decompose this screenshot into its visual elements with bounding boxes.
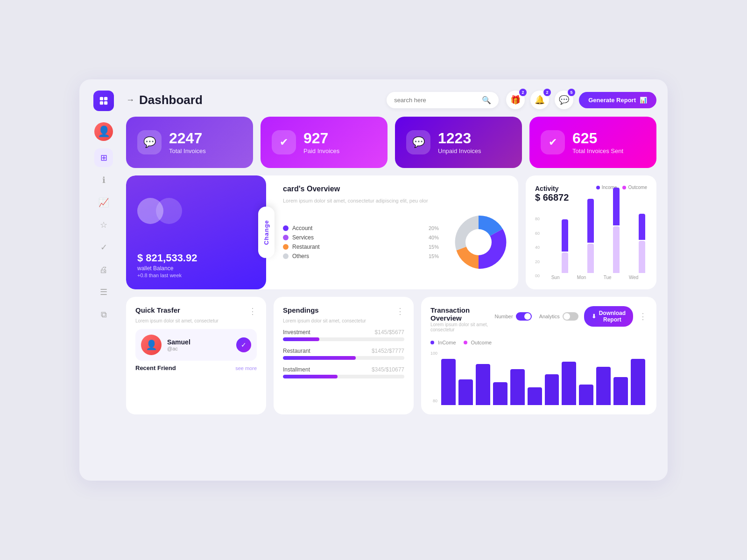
txn-bar-col-10 — [613, 377, 628, 406]
pie-chart — [448, 212, 509, 273]
txn-bar-3-income — [493, 382, 507, 406]
sidebar-item-grid[interactable]: ⊞ — [94, 148, 113, 167]
see-more-link[interactable]: see more — [235, 365, 257, 371]
outcome-dot — [622, 186, 626, 189]
change-button[interactable]: Change — [258, 207, 275, 258]
sidebar-item-menu[interactable]: ☰ — [94, 283, 113, 301]
stat-number-unpaid: 1223 — [438, 131, 481, 146]
txn-bar-col-7 — [562, 362, 576, 406]
spending-investment: Investment $145/$5677 — [283, 329, 404, 341]
card-circles — [137, 198, 255, 224]
spendings-sub: Lorem ipsum dolor sit amet, consectetur — [283, 318, 404, 323]
txn-income-dot — [430, 341, 434, 344]
stat-card-paid[interactable]: ✔ 927 Paid Invoices — [261, 117, 388, 168]
sidebar-item-check[interactable]: ✓ — [94, 238, 113, 257]
download-report-button[interactable]: ⬇ Download Report — [584, 306, 633, 327]
spendings-header: Spendings ⋮ — [283, 306, 404, 316]
legend-dot-restaurant — [283, 244, 289, 250]
stat-text-paid: 927 Paid Invoices — [303, 131, 339, 154]
number-toggle[interactable] — [516, 312, 532, 321]
stat-label-total: Total Invoices — [169, 147, 206, 154]
stat-card-unpaid[interactable]: 💬 1223 Unpaid Invoices — [395, 117, 522, 168]
stats-row: 💬 2247 Total Invoices ✔ 927 Paid Invoice… — [126, 117, 656, 168]
txn-bar-9-income — [596, 367, 611, 406]
legend-label-restaurant: Restaurant — [292, 244, 320, 250]
chat-button[interactable]: 💬 5 — [555, 91, 573, 109]
bottom-row: Quick Trasfer ⋮ Lorem ipsum dolor sit am… — [126, 297, 656, 414]
spending-investment-header: Investment $145/$5677 — [283, 329, 404, 336]
person-info: Samuel @ac — [167, 338, 190, 351]
spending-installment-label: Installment — [283, 366, 310, 373]
quick-transfer-menu[interactable]: ⋮ — [248, 306, 257, 316]
spendings-panel: Spendings ⋮ Lorem ipsum dolor sit amet, … — [274, 297, 414, 414]
txn-bar-7-income — [562, 362, 576, 406]
quick-transfer-panel: Quick Trasfer ⋮ Lorem ipsum dolor sit am… — [126, 297, 266, 414]
stat-number-sent: 625 — [572, 131, 623, 146]
header: → Dashboard 🔍 🎁 2 🔔 2 💬 5 — [126, 91, 656, 109]
stat-icon-total: 💬 — [137, 130, 162, 154]
stat-number-total: 2247 — [169, 131, 206, 146]
activity-title: Activity — [535, 185, 569, 192]
activity-bar-chart: 8060402000 — [535, 208, 647, 280]
search-icon: 🔍 — [482, 96, 491, 105]
pie-legend-area: Account 20% Services 40% Restaurant — [283, 212, 509, 273]
stat-icon-sent: ✔ — [541, 130, 565, 154]
chat-icon: 💬 — [559, 95, 569, 105]
transfer-check[interactable]: ✓ — [236, 337, 251, 352]
analytics-toggle-thumb — [564, 313, 570, 320]
sidebar-logo[interactable] — [93, 91, 114, 111]
svg-rect-3 — [104, 101, 107, 105]
gift-button[interactable]: 🎁 2 — [506, 91, 525, 109]
sidebar-item-print[interactable]: 🖨 — [94, 260, 113, 279]
stat-card-sent[interactable]: ✔ 625 Total Invoices Sent — [529, 117, 656, 168]
spending-restaurant-fill — [283, 356, 356, 360]
legend-pct-restaurant: 15% — [429, 244, 439, 250]
arrow-icon: → — [126, 95, 134, 105]
avatar[interactable]: 👤 — [94, 122, 113, 141]
stat-text-total: 2247 Total Invoices — [169, 131, 206, 154]
search-input[interactable] — [394, 97, 478, 104]
legend-label-others: Others — [292, 253, 309, 259]
bar-group-mon — [570, 199, 594, 273]
quick-transfer-sub: Lorem ipsum dolor sit amet, consectetur — [135, 318, 257, 323]
spending-investment-amount: $145/$5677 — [375, 329, 404, 336]
notification-button[interactable]: 🔔 2 — [530, 91, 549, 109]
spending-installment-amount: $345/$10677 — [372, 366, 404, 373]
person-handle: @ac — [167, 346, 190, 351]
spending-installment-header: Installment $345/$10677 — [283, 366, 404, 373]
chat-badge: 5 — [568, 89, 575, 96]
sidebar-item-chart[interactable]: 📈 — [94, 193, 113, 212]
quick-transfer-header: Quick Trasfer ⋮ — [135, 306, 257, 316]
main-content: → Dashboard 🔍 🎁 2 🔔 2 💬 5 — [120, 87, 660, 473]
download-icon: ⬇ — [592, 313, 596, 320]
bar-group-tue — [596, 188, 620, 273]
spending-restaurant-amount: $1452/$7777 — [372, 348, 404, 354]
analytics-toggle[interactable] — [563, 312, 578, 321]
txn-y-axis: 10080 — [430, 349, 437, 405]
spendings-menu[interactable]: ⋮ — [396, 306, 404, 316]
search-bar: 🔍 — [387, 92, 499, 108]
bell-icon: 🔔 — [535, 95, 545, 105]
page-title: Dashboard — [139, 93, 203, 107]
legend-account: Account 20% — [283, 225, 439, 231]
sidebar-item-star[interactable]: ☆ — [94, 216, 113, 234]
transaction-title: Transaction Overview — [430, 306, 495, 322]
analytics-toggle-group: Analytics — [539, 312, 578, 321]
spending-investment-label: Investment — [283, 329, 310, 336]
sidebar-item-layers[interactable]: ⧉ — [94, 305, 113, 324]
svg-rect-1 — [104, 97, 107, 100]
svg-rect-2 — [100, 101, 103, 105]
transaction-menu[interactable]: ⋮ — [639, 311, 647, 322]
txn-outcome-legend: Outcome — [464, 340, 492, 345]
txn-income-label: InCome — [438, 340, 456, 345]
stat-card-total[interactable]: 💬 2247 Total Invoices — [126, 117, 253, 168]
generate-report-button[interactable]: Generate Report 📊 — [579, 92, 656, 108]
header-icons: 🎁 2 🔔 2 💬 5 Generate Report 📊 — [506, 91, 656, 109]
sidebar-item-info[interactable]: ℹ — [94, 171, 113, 189]
legend-label-account: Account — [292, 225, 312, 231]
card-balance-label: wallet Balance — [137, 265, 255, 272]
spending-installment: Installment $345/$10677 — [283, 366, 404, 378]
spending-installment-bar — [283, 375, 404, 378]
legend-dot-account — [283, 225, 289, 231]
transaction-sub: Lorem ipsum dolor sit amet, consectetur — [430, 322, 495, 332]
